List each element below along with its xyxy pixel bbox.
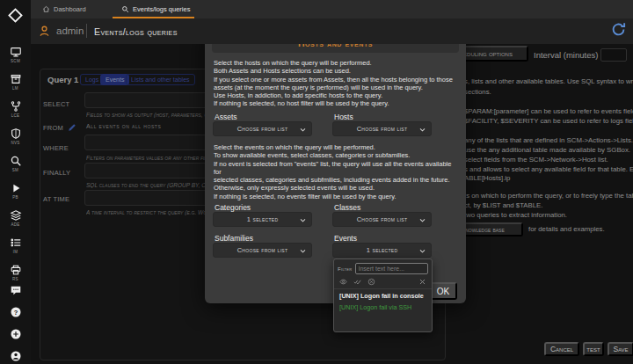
layers-icon — [10, 209, 22, 222]
events-panel-toolbar — [334, 276, 432, 289]
sidebar-item-label: IM — [13, 250, 18, 254]
hosts-label: Hosts — [334, 113, 353, 121]
username[interactable]: admin — [56, 25, 84, 36]
sidebar-item-label: SM — [12, 168, 18, 172]
save-button[interactable]: Save — [608, 342, 633, 356]
help-icon[interactable]: ? — [10, 306, 22, 318]
account-icon[interactable] — [10, 350, 22, 362]
sidebar-item-ade[interactable]: ADE — [10, 209, 22, 237]
close-icon[interactable] — [418, 278, 426, 286]
categories-dropdown[interactable]: 1 selected — [213, 212, 312, 227]
sidebar-item-lce[interactable]: LCE — [10, 100, 22, 127]
classes-dropdown[interactable]: Choose from list — [332, 212, 432, 227]
event-list-item-selected[interactable]: [UNIX] Logon fail via SSH — [334, 301, 432, 312]
printer-icon — [10, 264, 22, 276]
events-list-panel: Filter [UNIX] Logon fail in console [UNI… — [333, 258, 433, 332]
events-label: Events — [334, 234, 357, 243]
sidebar-item-label: ADE — [11, 222, 19, 227]
sidebar-item-label: NVS — [11, 141, 19, 145]
active-tab-underline — [113, 17, 194, 18]
events-filter-row: Filter — [334, 259, 432, 276]
hosts-and-events-modal: Hosts and events Select the hosts on whi… — [205, 26, 466, 303]
deselect-all-icon[interactable] — [367, 278, 375, 286]
assets-dropdown[interactable]: Choose from list — [213, 121, 312, 136]
categories-label: Categories — [215, 203, 251, 212]
sidebar-item-label: LM — [12, 86, 18, 91]
subfamilies-dropdown[interactable]: Choose from list — [213, 243, 312, 258]
chevron-down-icon — [299, 216, 307, 223]
app-screen: SCM LM LCE NVS SM PB — [0, 0, 633, 364]
events-dropdown[interactable]: 1 selected — [332, 243, 432, 258]
chevron-down-icon — [418, 216, 426, 223]
subfamilies-label: Subfamilies — [215, 234, 253, 243]
sidebar-item-scm[interactable]: SCM — [10, 46, 22, 73]
archive-box-icon — [10, 73, 22, 85]
shield-icon — [10, 127, 22, 140]
user-icon — [38, 25, 51, 38]
select-all-icon[interactable] — [353, 278, 361, 286]
cancel-button[interactable]: Cancel — [544, 342, 579, 356]
chat-icon[interactable] — [10, 284, 22, 296]
event-list-item[interactable]: [UNIX] Logon fail in console — [334, 289, 432, 301]
test-button[interactable]: test — [583, 342, 604, 356]
sidebar-nav: SCM LM LCE NVS SM PB — [0, 46, 31, 291]
list-icon — [10, 237, 22, 249]
sgbox-logo-icon — [6, 6, 25, 25]
sidebar-item-pb[interactable]: PB — [10, 182, 22, 209]
monitor-icon — [10, 46, 22, 58]
top-nav: Dashboard Events/logs queries — [31, 0, 633, 18]
sidebar-item-lm[interactable]: LM — [10, 73, 22, 100]
classes-label: Classes — [334, 203, 360, 212]
page-title: Events/logs queries — [94, 26, 178, 37]
icon-sidebar: SCM LM LCE NVS SM PB — [0, 0, 31, 364]
refresh-icon[interactable] — [610, 21, 627, 38]
tab-label: Events/logs queries — [133, 5, 190, 13]
chevron-down-icon — [299, 247, 307, 254]
home-icon — [42, 5, 50, 13]
search-icon — [121, 5, 129, 13]
sidebar-bottom: ? — [0, 284, 31, 362]
events-help-text: Select the events on which the query wil… — [214, 143, 459, 200]
ok-button[interactable]: OK — [429, 282, 457, 300]
sidebar-item-nvs[interactable]: NVS — [10, 127, 22, 155]
header-divider — [86, 24, 87, 38]
sub-header: admin Events/logs queries — [31, 18, 633, 44]
sidebar-item-label: LCE — [11, 113, 20, 118]
tab-events-logs-queries[interactable]: Events/logs queries — [121, 0, 190, 18]
chevron-down-icon — [418, 126, 426, 133]
eye-icon[interactable] — [339, 278, 347, 286]
hosts-help-text: Select the hosts on which the query will… — [214, 59, 459, 108]
tab-label: Dashboard — [54, 5, 86, 13]
play-icon — [10, 182, 22, 194]
events-filter-input[interactable] — [355, 263, 428, 274]
sidebar-item-label: PB — [12, 195, 18, 200]
tab-dashboard[interactable]: Dashboard — [42, 0, 86, 18]
chevron-down-icon — [299, 126, 307, 133]
svg-text:?: ? — [13, 309, 18, 317]
sidebar-item-label: RS — [12, 277, 18, 281]
sidebar-item-sm[interactable]: SM — [10, 155, 22, 182]
search-icon — [10, 155, 22, 167]
branch-icon — [10, 100, 22, 113]
sidebar-item-im[interactable]: IM — [10, 237, 22, 264]
filter-label: Filter — [338, 266, 353, 272]
hosts-dropdown[interactable]: Choose from list — [332, 121, 432, 136]
sidebar-item-label: SCM — [11, 59, 20, 63]
assets-label: Assets — [215, 113, 237, 121]
chevron-down-icon — [418, 247, 426, 254]
add-icon[interactable] — [10, 328, 22, 340]
